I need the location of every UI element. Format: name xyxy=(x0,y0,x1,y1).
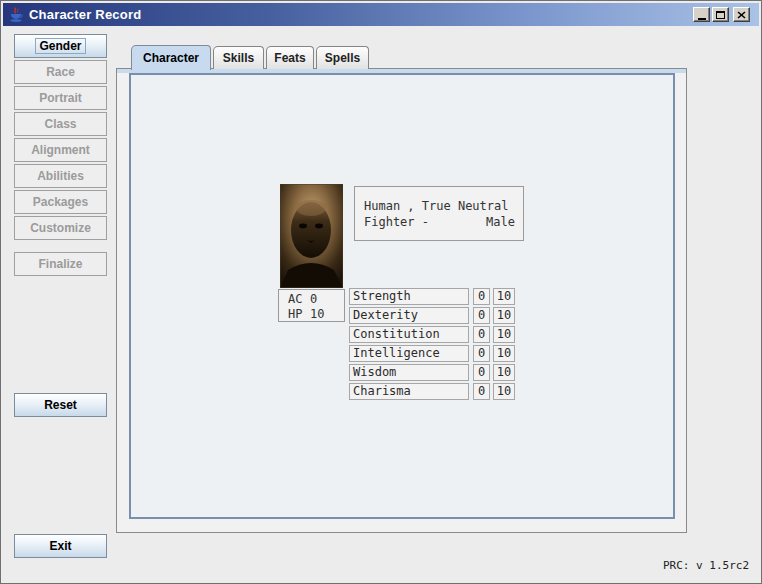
window-title: Character Record xyxy=(29,7,141,22)
ability-row-intelligence: Intelligence 0 10 xyxy=(349,345,515,362)
ability-modifier: 0 xyxy=(473,288,490,305)
ability-modifier: 0 xyxy=(473,307,490,324)
class-button[interactable]: Class xyxy=(14,112,107,136)
maximize-button[interactable] xyxy=(712,7,729,22)
alignment-button[interactable]: Alignment xyxy=(14,138,107,162)
character-summary-box: Human , True Neutral Fighter - Male xyxy=(354,186,524,241)
minimize-icon xyxy=(698,18,706,20)
tab-spells[interactable]: Spells xyxy=(316,46,369,69)
hp-line: HP 10 xyxy=(288,307,344,322)
titlebar[interactable]: Character Record xyxy=(3,3,759,26)
ability-row-wisdom: Wisdom 0 10 xyxy=(349,364,515,381)
portrait-button-label: Portrait xyxy=(39,91,82,105)
ac-value: 0 xyxy=(310,292,317,307)
ability-name: Strength xyxy=(349,288,469,305)
reset-button[interactable]: Reset xyxy=(14,393,107,417)
customize-button-label: Customize xyxy=(30,221,91,235)
version-label: PRC: v 1.5rc2 xyxy=(663,559,749,572)
ac-line: AC 0 xyxy=(288,292,344,307)
minimize-button[interactable] xyxy=(693,7,710,22)
ability-row-strength: Strength 0 10 xyxy=(349,288,515,305)
java-cup-icon xyxy=(8,7,24,23)
race-button[interactable]: Race xyxy=(14,60,107,84)
packages-button[interactable]: Packages xyxy=(14,190,107,214)
customize-button[interactable]: Customize xyxy=(14,216,107,240)
ability-score: 10 xyxy=(493,345,515,362)
ability-score: 10 xyxy=(493,383,515,400)
summary-class-gender: Fighter - Male xyxy=(364,214,515,230)
ability-row-constitution: Constitution 0 10 xyxy=(349,326,515,343)
alignment-button-label: Alignment xyxy=(31,143,90,157)
gender-button-label: Gender xyxy=(35,38,85,54)
ability-score: 10 xyxy=(493,307,515,324)
ability-name: Wisdom xyxy=(349,364,469,381)
ability-row-charisma: Charisma 0 10 xyxy=(349,383,515,400)
portrait-button[interactable]: Portrait xyxy=(14,86,107,110)
summary-race-alignment: Human , True Neutral xyxy=(364,198,515,214)
ability-name: Intelligence xyxy=(349,345,469,362)
exit-button-label: Exit xyxy=(49,539,71,553)
character-record-window: Character Record Gender Race Portrait Cl… xyxy=(0,0,762,584)
tab-feats-label: Feats xyxy=(274,51,305,65)
finalize-button-label: Finalize xyxy=(38,257,82,271)
abilities-button-label: Abilities xyxy=(37,169,84,183)
tab-character-label: Character xyxy=(143,51,199,65)
summary-class: Fighter - xyxy=(364,214,429,230)
finalize-button[interactable]: Finalize xyxy=(14,252,107,276)
summary-gender: Male xyxy=(486,214,515,230)
exit-button[interactable]: Exit xyxy=(14,534,107,558)
combat-stats-box: AC 0 HP 10 xyxy=(278,289,345,322)
tab-skills-label: Skills xyxy=(223,51,254,65)
packages-button-label: Packages xyxy=(33,195,88,209)
gender-button[interactable]: Gender xyxy=(14,34,107,58)
ability-modifier: 0 xyxy=(473,364,490,381)
maximize-icon xyxy=(716,11,725,19)
tab-skills[interactable]: Skills xyxy=(213,46,264,69)
tab-spells-label: Spells xyxy=(325,51,360,65)
ability-row-dexterity: Dexterity 0 10 xyxy=(349,307,515,324)
hp-label: HP xyxy=(288,307,310,322)
ability-score: 10 xyxy=(493,326,515,343)
ability-name: Constitution xyxy=(349,326,469,343)
tab-feats[interactable]: Feats xyxy=(266,46,314,69)
close-button[interactable] xyxy=(733,7,750,22)
ability-modifier: 0 xyxy=(473,383,490,400)
ability-name: Dexterity xyxy=(349,307,469,324)
ability-score: 10 xyxy=(493,364,515,381)
tab-character[interactable]: Character xyxy=(131,45,211,70)
race-button-label: Race xyxy=(46,65,75,79)
hp-value: 10 xyxy=(310,307,324,322)
ability-score: 10 xyxy=(493,288,515,305)
ability-modifier: 0 xyxy=(473,345,490,362)
character-portrait xyxy=(280,184,343,288)
abilities-button[interactable]: Abilities xyxy=(14,164,107,188)
close-icon xyxy=(737,11,746,19)
class-button-label: Class xyxy=(44,117,76,131)
ac-label: AC xyxy=(288,292,310,307)
ability-modifier: 0 xyxy=(473,326,490,343)
reset-button-label: Reset xyxy=(44,398,77,412)
ability-name: Charisma xyxy=(349,383,469,400)
